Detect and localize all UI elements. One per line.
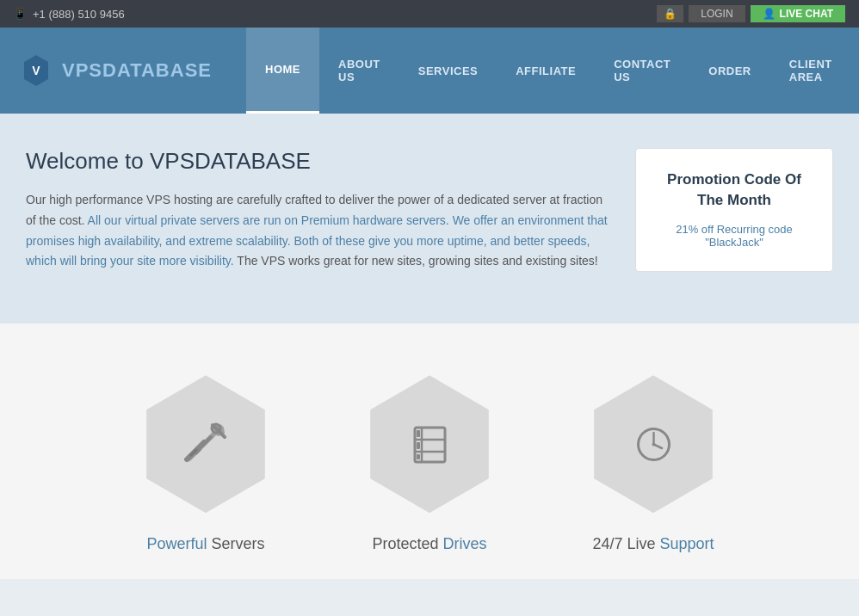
feature-drives-label: Protected Drives	[372, 535, 486, 553]
promo-box: Promotion Code Of The Month 21% off Recu…	[635, 148, 833, 272]
hero-section: Welcome to VPSDATABASE Our high performa…	[0, 114, 859, 323]
logo-icon: V	[17, 52, 55, 89]
lock-icon: 🔒	[664, 8, 677, 20]
promo-title: Promotion Code Of The Month	[653, 169, 815, 211]
svg-rect-14	[417, 454, 420, 459]
feature-support: 24/7 Live Support	[576, 367, 731, 553]
logo-text: VPSDATABASE	[62, 59, 212, 82]
features-section: Powerful Servers	[0, 323, 859, 579]
person-icon: 👤	[763, 8, 776, 20]
top-bar: 📱 +1 (888) 510 9456 🔒 LOGIN 👤 LIVE CHAT	[0, 0, 859, 28]
logo[interactable]: V VPSDATABASE	[17, 52, 212, 89]
hexagon-bg3	[584, 375, 722, 513]
features-inner: Powerful Servers	[26, 367, 833, 553]
lock-button[interactable]: 🔒	[657, 5, 683, 22]
top-bar-left: 📱 +1 (888) 510 9456	[14, 8, 125, 21]
hexagon-support	[576, 367, 731, 521]
promo-code: 21% off Recurring code "BlackJack"	[653, 223, 815, 249]
hero-title: Welcome to VPSDATABASE	[26, 148, 609, 175]
svg-line-18	[653, 444, 662, 448]
feature-servers-blue: Powerful	[146, 535, 207, 552]
nav-clientarea[interactable]: CLIENT AREA	[770, 28, 851, 114]
hero-body: Our high performance VPS hosting are car…	[26, 190, 609, 272]
feature-support-blue: Support	[660, 535, 714, 552]
hero-content: Welcome to VPSDATABASE Our high performa…	[26, 148, 609, 272]
feature-servers-label: Powerful Servers	[146, 535, 264, 553]
hero-text-plain2: The VPS works great for new sites, growi…	[234, 254, 598, 268]
top-bar-right: 🔒 LOGIN 👤 LIVE CHAT	[657, 5, 845, 22]
hero-inner: Welcome to VPSDATABASE Our high performa…	[26, 148, 833, 272]
feature-servers-rest: Servers	[212, 535, 265, 552]
tools-icon	[180, 418, 232, 470]
livechat-button[interactable]: 👤 LIVE CHAT	[751, 5, 845, 22]
feature-support-label: 24/7 Live Support	[592, 535, 714, 553]
svg-rect-12	[417, 442, 420, 449]
phone-number: +1 (888) 510 9456	[33, 8, 125, 21]
phone-icon: 📱	[14, 8, 26, 20]
login-button[interactable]: LOGIN	[689, 5, 745, 22]
livechat-label: LIVE CHAT	[780, 8, 833, 20]
nav-order[interactable]: ORDER	[689, 28, 769, 114]
hexagon-bg	[137, 375, 275, 513]
nav-affiliate[interactable]: AFFILIATE	[497, 28, 595, 114]
nav-home[interactable]: HOME	[246, 28, 319, 114]
nav-links: HOME ABOUT US SERVICES AFFILIATE CONTACT…	[246, 28, 851, 114]
drives-icon	[406, 421, 454, 468]
clock-icon	[630, 421, 677, 468]
nav-about[interactable]: ABOUT US	[319, 28, 399, 114]
nav-services[interactable]: SERVICES	[399, 28, 497, 114]
navbar: V VPSDATABASE HOME ABOUT US SERVICES AFF…	[0, 28, 859, 114]
hexagon-bg2	[361, 375, 498, 513]
feature-servers: Powerful Servers	[128, 367, 283, 553]
svg-rect-13	[417, 430, 420, 437]
logo-brand: VPS	[62, 59, 102, 81]
hexagon-servers	[128, 367, 283, 521]
feature-drives-plain: Protected	[372, 535, 442, 552]
feature-drives-blue: Drives	[443, 535, 487, 552]
nav-contact[interactable]: CONTACT US	[595, 28, 689, 114]
svg-text:V: V	[32, 64, 40, 77]
feature-drives: Protected Drives	[352, 367, 507, 553]
hexagon-drives	[352, 367, 507, 521]
feature-support-plain: 24/7 Live	[592, 535, 659, 552]
